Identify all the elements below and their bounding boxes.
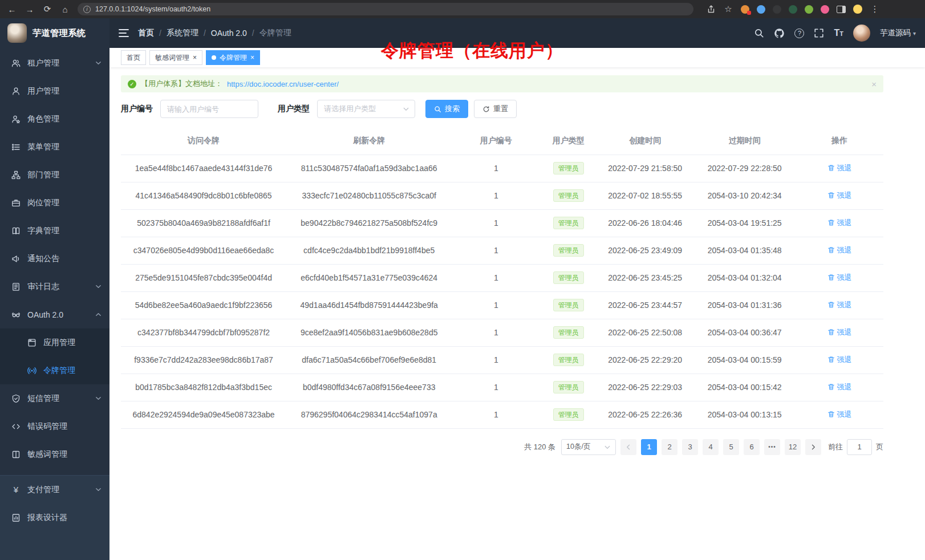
expires-cell: 2054-03-04 00:15:59 — [693, 346, 796, 374]
page-button-2[interactable]: 2 — [662, 439, 677, 455]
sidebar-item-post[interactable]: 岗位管理 — [0, 189, 109, 217]
page-button-1[interactable]: 1 — [641, 439, 657, 455]
github-icon[interactable] — [774, 28, 785, 39]
force-logout-button[interactable]: 强退 — [827, 273, 852, 283]
more-pages-button[interactable]: ••• — [764, 439, 780, 455]
table-header-row: 访问令牌 刷新令牌 用户编号 用户类型 创建时间 过期时间 操作 — [121, 127, 883, 155]
back-icon[interactable]: ← — [7, 5, 17, 14]
force-logout-button[interactable]: 强退 — [827, 300, 852, 310]
tab-token-management[interactable]: 令牌管理 × — [206, 50, 260, 65]
chevron-down-icon — [95, 60, 102, 66]
refresh-token-cell: e6cfd40eb1f54571a31e775e039c4624 — [286, 264, 452, 291]
font-size-icon[interactable]: TT — [834, 28, 843, 38]
user-type-select[interactable]: 请选择用户类型 — [317, 100, 415, 118]
force-logout-button[interactable]: 强退 — [827, 409, 852, 420]
sidebar-item-pay[interactable]: ¥ 支付管理 — [0, 476, 109, 504]
sidebar-item-user[interactable]: 用户管理 — [0, 77, 109, 105]
sidebar-item-dict[interactable]: 字典管理 — [0, 217, 109, 245]
page-button-3[interactable]: 3 — [682, 439, 698, 455]
page-button-6[interactable]: 6 — [744, 439, 760, 455]
sidebar-item-notice[interactable]: 通知公告 — [0, 245, 109, 273]
sms-shield-icon — [11, 394, 21, 403]
extension-icon-5[interactable] — [805, 5, 813, 14]
sidebar-item-oauth-apps[interactable]: 应用管理 — [0, 328, 109, 356]
force-logout-button[interactable]: 强退 — [827, 245, 852, 255]
access-token-cell: f9336e7c7dd242a283ee98dc86b17a87 — [121, 346, 286, 374]
alert-close-icon[interactable]: × — [871, 79, 877, 89]
breadcrumb-system[interactable]: 系统管理 — [167, 28, 198, 38]
sidebar-item-sensitive-word[interactable]: 敏感词管理 — [0, 440, 109, 468]
tab-sensitive-word[interactable]: 敏感词管理 × — [149, 50, 202, 65]
trash-icon — [827, 383, 835, 391]
col-expires: 过期时间 — [693, 127, 796, 155]
chrome-toolbar: ☆ ⋮ — [707, 4, 880, 14]
app-logo[interactable]: 芋道管理系统 — [0, 18, 109, 48]
breadcrumb-home[interactable]: 首页 — [138, 28, 154, 38]
sidebar-item-report-designer[interactable]: 报表设计器 — [0, 504, 109, 531]
force-logout-button[interactable]: 强退 — [827, 382, 852, 392]
help-icon[interactable]: ? — [794, 29, 804, 38]
tab-home[interactable]: 首页 — [121, 50, 146, 65]
goto-page-input[interactable] — [847, 439, 872, 455]
forward-icon[interactable]: → — [25, 5, 35, 14]
force-logout-button[interactable]: 强退 — [827, 218, 852, 228]
sidebar-item-role[interactable]: 角色管理 — [0, 105, 109, 133]
created-cell: 2022-06-25 23:44:57 — [597, 291, 693, 319]
search-icon[interactable] — [754, 28, 764, 38]
extension-icon-1[interactable] — [741, 5, 749, 14]
extension-icon-2[interactable] — [757, 5, 765, 14]
page-button-12[interactable]: 12 — [785, 439, 801, 455]
user-id-input[interactable] — [160, 100, 258, 118]
chevron-down-icon — [95, 486, 102, 493]
sidebar-item-dept[interactable]: 部门管理 — [0, 161, 109, 189]
doc-link[interactable]: https://doc.iocoder.cn/user-center/ — [227, 80, 339, 88]
force-logout-button[interactable]: 强退 — [827, 327, 852, 338]
sidebar-item-tenant[interactable]: 租户管理 — [0, 49, 109, 77]
kebab-menu-icon[interactable]: ⋮ — [870, 4, 880, 14]
sidebar-item-audit-log[interactable]: 审计日志 — [0, 273, 109, 301]
share-icon[interactable] — [707, 5, 716, 14]
user-avatar[interactable] — [853, 25, 870, 42]
refresh-token-cell: 333ecfc71e02480cb11055c875c3ca0f — [286, 182, 452, 209]
sidebar-item-menu[interactable]: 菜单管理 — [0, 133, 109, 161]
site-info-icon[interactable]: i — [83, 6, 91, 13]
chevron-down-icon — [95, 283, 102, 290]
page-size-select[interactable]: 10条/页 — [561, 439, 616, 455]
bookmark-star-icon[interactable]: ☆ — [723, 4, 733, 14]
prev-page-button[interactable] — [620, 439, 636, 455]
user-type-badge: 管理员 — [553, 326, 584, 339]
header-tools: ? TT 芋道源码▾ — [754, 25, 916, 42]
close-icon[interactable]: × — [193, 54, 197, 61]
reload-icon[interactable]: ⟳ — [42, 4, 52, 14]
hamburger-icon[interactable] — [119, 29, 129, 37]
force-logout-button[interactable]: 强退 — [827, 190, 852, 201]
extension-icon-4[interactable] — [789, 5, 797, 14]
refresh-token-cell: 8796295f04064c2983414cc54af1097a — [286, 401, 452, 428]
force-logout-button[interactable]: 强退 — [827, 355, 852, 365]
username-dropdown[interactable]: 芋道源码▾ — [880, 28, 916, 38]
sidebar-item-token-management[interactable]: 令牌管理 — [0, 356, 109, 384]
close-icon[interactable]: × — [250, 54, 254, 61]
search-button[interactable]: 搜索 — [425, 100, 468, 118]
address-bar[interactable]: i 127.0.0.1:1024/system/oauth2/token — [78, 3, 693, 15]
users-icon — [11, 59, 21, 68]
sidebar-item-sms[interactable]: 短信管理 — [0, 384, 109, 412]
extension-icon-3[interactable] — [773, 5, 781, 14]
reset-button[interactable]: 重置 — [474, 100, 517, 118]
force-logout-button[interactable]: 强退 — [827, 163, 852, 173]
sidebar-item-oauth[interactable]: OAuth 2.0 — [0, 301, 109, 328]
page-button-5[interactable]: 5 — [723, 439, 739, 455]
sidebar-item-error-code[interactable]: 错误码管理 — [0, 412, 109, 440]
side-panel-icon[interactable] — [837, 6, 846, 13]
extensions-puzzle-icon[interactable] — [821, 5, 829, 14]
app-title: 芋道管理系统 — [33, 27, 86, 39]
annotation-text: 令牌管理（在线用户） — [381, 39, 563, 63]
chevron-left-icon — [625, 444, 632, 451]
browser-profile-avatar[interactable] — [853, 5, 862, 14]
fullscreen-icon[interactable] — [814, 28, 824, 38]
breadcrumb-oauth[interactable]: OAuth 2.0 — [211, 29, 247, 38]
page-button-4[interactable]: 4 — [703, 439, 719, 455]
created-cell: 2022-06-25 22:26:36 — [597, 401, 693, 428]
home-icon[interactable]: ⌂ — [60, 5, 70, 14]
next-page-button[interactable] — [805, 439, 821, 455]
